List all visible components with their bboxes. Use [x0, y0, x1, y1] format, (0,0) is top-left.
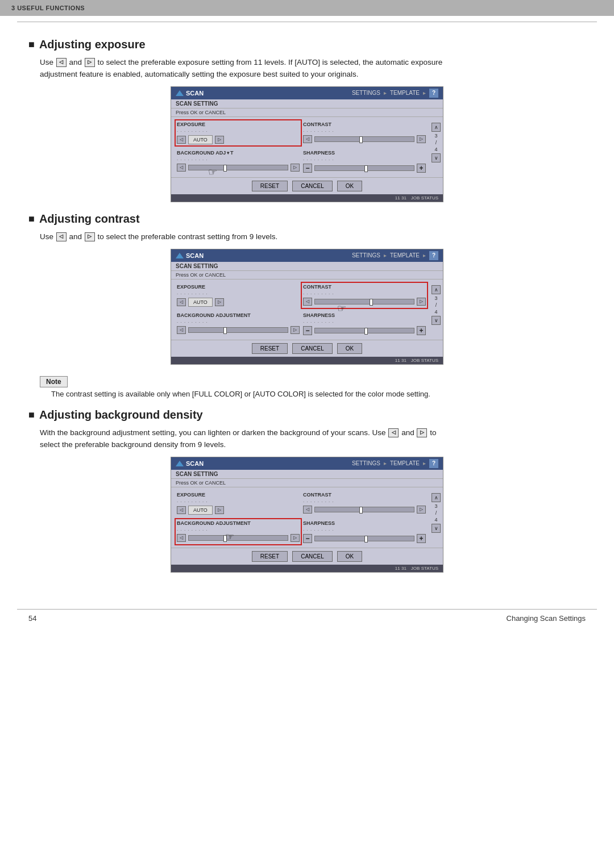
contrast-thumb: [359, 136, 363, 143]
scanner-topbar-left: SCAN: [176, 90, 204, 97]
sharpness-plus-btn-2[interactable]: +: [417, 326, 426, 335]
template-label-2[interactable]: TEMPLATE: [390, 252, 420, 258]
background-ticks-2: · · · · · · · · ·: [177, 320, 300, 325]
hand-cursor-icon-1: ☞: [208, 166, 217, 178]
scroll-up-btn[interactable]: ∧: [432, 123, 441, 132]
section-title-exposure: Adjusting exposure: [28, 38, 586, 51]
scanner-topbar-left-2: SCAN: [176, 252, 204, 259]
exposure-slider-row-3: ◁ AUTO ▷: [177, 506, 300, 515]
scan-triangle-icon-2: [176, 253, 184, 258]
cancel-button-3[interactable]: CANCEL: [292, 551, 333, 562]
contrast-slider-row-3: ◁ ▷: [303, 506, 426, 514]
sharpness-track-2: [314, 328, 414, 333]
background-left-arrow-2[interactable]: ◁: [177, 326, 186, 334]
contrast-right-arrow-2[interactable]: ▷: [417, 298, 426, 306]
scanner-topbar: SCAN SETTINGS ▸ TEMPLATE ▸ ?: [171, 87, 443, 99]
template-label[interactable]: TEMPLATE: [390, 90, 420, 96]
scanner-subbar-2: SCAN SETTING: [171, 262, 443, 271]
background-slider-row: ◁ ▷: [177, 164, 300, 172]
sharpness-section-label-3: SHARPNESS: [303, 520, 426, 526]
contrast-right-arrow[interactable]: ▷: [417, 135, 426, 143]
help-button-3[interactable]: ?: [429, 459, 438, 468]
ok-button-3[interactable]: OK: [337, 551, 362, 562]
exposure-right-arrow-2[interactable]: ▷: [215, 298, 224, 306]
contrast-right-arrow-3[interactable]: ▷: [417, 506, 426, 514]
background-section-label-2: BACKGROUND ADJUSTMENT: [177, 312, 300, 318]
right-arrow-icon: ▷: [85, 58, 95, 67]
exposure-left-arrow[interactable]: ◁: [177, 136, 186, 144]
help-button-2[interactable]: ?: [429, 251, 438, 260]
settings-label[interactable]: SETTINGS: [352, 90, 380, 96]
background-left-arrow-3[interactable]: ◁: [177, 534, 186, 542]
exposure-left-arrow-3[interactable]: ◁: [177, 506, 186, 514]
help-button[interactable]: ?: [429, 89, 438, 98]
background-right-arrow-2[interactable]: ▷: [291, 326, 300, 334]
scanner-topbar-right: SETTINGS ▸ TEMPLATE ▸ ?: [352, 89, 438, 98]
section-title-background: Adjusting background density: [28, 408, 586, 422]
scanner-subbar: SCAN SETTING: [171, 99, 443, 108]
scanner-contrast-col-2: CONTRAST · · · · · · · · · ◁ ▷ ☞: [303, 284, 426, 307]
scanner-sharpness-col-2: SHARPNESS · · · · · · · · · − +: [303, 312, 426, 335]
sharpness-minus-btn[interactable]: −: [303, 164, 312, 173]
reset-button-3[interactable]: RESET: [252, 551, 288, 562]
scanner-body-3: EXPOSURE · · · · · · · · · ◁ AUTO ▷ CONT…: [171, 487, 443, 548]
settings-label-3[interactable]: SETTINGS: [352, 460, 380, 466]
background-track: [188, 165, 288, 170]
contrast-track-2: [314, 299, 414, 304]
reset-button-1[interactable]: RESET: [252, 181, 288, 191]
background-ticks-3: · · · · · · · · ·: [177, 528, 300, 533]
sharpness-minus-btn-2[interactable]: −: [303, 326, 312, 335]
exposure-ticks: · · · · · · · · ·: [177, 129, 300, 134]
cancel-button-2[interactable]: CANCEL: [292, 343, 333, 354]
scroll-up-btn-3[interactable]: ∧: [432, 493, 441, 502]
scanner-contrast-col-3: CONTRAST · · · · · · · · · ◁ ▷: [303, 492, 426, 515]
page-title: Changing Scan Settings: [507, 614, 586, 623]
scanner-topbar-left-3: SCAN: [176, 460, 204, 467]
background-right-arrow[interactable]: ▷: [291, 164, 300, 172]
scanner-mockup-contrast: SCAN SETTINGS ▸ TEMPLATE ▸ ? SCAN SETTIN…: [171, 249, 443, 365]
contrast-ticks-2: · · · · · · · · ·: [303, 291, 426, 297]
contrast-left-arrow-3[interactable]: ◁: [303, 506, 312, 514]
exposure-slider-row-2: ◁ AUTO ▷: [177, 298, 300, 307]
scanner-right-scroll: ∧ 3 / 4 ∨: [432, 123, 441, 162]
exposure-left-arrow-2[interactable]: ◁: [177, 298, 186, 306]
contrast-ticks-3: · · · · · · · · ·: [303, 499, 426, 504]
contrast-track: [314, 136, 414, 142]
cancel-button-1[interactable]: CANCEL: [292, 181, 333, 191]
sharpness-plus-btn-3[interactable]: +: [417, 534, 426, 543]
auto-value-label-3: AUTO: [188, 506, 213, 515]
header-bar: 3 USEFUL FUNCTIONS: [0, 0, 614, 16]
template-label-3[interactable]: TEMPLATE: [390, 460, 420, 466]
scanner-mockup-background: SCAN SETTINGS ▸ TEMPLATE ▸ ? SCAN SETTIN…: [171, 457, 443, 573]
exposure-section-label-3: EXPOSURE: [177, 492, 300, 498]
sharpness-section-label-2: SHARPNESS: [303, 312, 426, 318]
main-content: Adjusting exposure Use ◁ and ▷ to select…: [0, 22, 614, 603]
sharpness-plus-btn[interactable]: +: [417, 164, 426, 173]
exposure-right-arrow[interactable]: ▷: [215, 136, 224, 144]
scroll-down-btn-3[interactable]: ∨: [432, 524, 441, 533]
contrast-left-arrow-2[interactable]: ◁: [303, 298, 312, 306]
scroll-up-btn-2[interactable]: ∧: [432, 285, 441, 294]
scanner-topbar-2: SCAN SETTINGS ▸ TEMPLATE ▸ ?: [171, 249, 443, 262]
note-label: Note: [40, 376, 68, 387]
background-thumb: [223, 165, 227, 172]
exposure-right-arrow-3[interactable]: ▷: [215, 506, 224, 514]
ok-button-1[interactable]: OK: [337, 181, 362, 191]
background-left-arrow[interactable]: ◁: [177, 164, 186, 172]
background-body-text: With the background adjustment setting, …: [40, 427, 586, 451]
contrast-left-arrow[interactable]: ◁: [303, 135, 312, 143]
scanner-contrast-col: CONTRAST · · · · · · · · · ◁ ▷: [303, 122, 426, 144]
settings-label-2[interactable]: SETTINGS: [352, 252, 380, 258]
scroll-down-btn[interactable]: ∨: [432, 153, 441, 162]
sharpness-minus-btn-3[interactable]: −: [303, 534, 312, 543]
page-number: 54: [28, 614, 36, 623]
ok-button-2[interactable]: OK: [337, 343, 362, 354]
reset-button-2[interactable]: RESET: [252, 343, 288, 354]
background-right-arrow-3[interactable]: ▷: [291, 534, 300, 542]
scanner-exposure-col-2: EXPOSURE · · · · · · · · · ◁ AUTO ▷: [177, 284, 300, 307]
auto-value-label-2: AUTO: [188, 298, 213, 307]
scroll-down-btn-2[interactable]: ∨: [432, 316, 441, 325]
scanner-exposure-col: EXPOSURE · · · · · · · · · ◁ AUTO ▷: [177, 122, 300, 144]
scanner-notice-3: Press OK or CANCEL: [171, 479, 443, 487]
background-slider-row-2: ◁ ▷: [177, 326, 300, 334]
